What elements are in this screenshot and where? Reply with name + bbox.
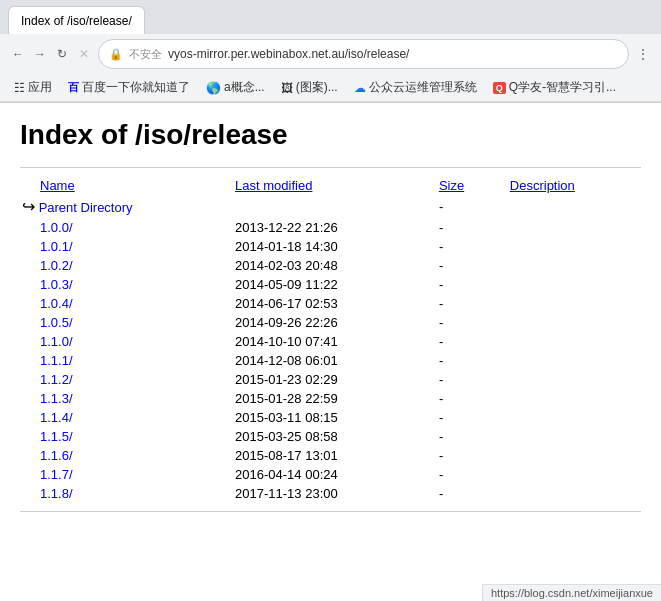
bookmark-baidu[interactable]: 百 百度一下你就知道了 bbox=[62, 77, 196, 98]
entry-modified: 2014-05-09 11:22 bbox=[227, 275, 431, 294]
concept-label: a概念... bbox=[224, 79, 265, 96]
entry-size: - bbox=[431, 427, 502, 446]
table-header-row: Name Last modified Size Description bbox=[20, 176, 641, 195]
table-row: 1.1.8/ 2017-11-13 23:00 - bbox=[20, 484, 641, 503]
entry-size: - bbox=[431, 275, 502, 294]
entry-desc bbox=[502, 237, 641, 256]
entry-desc bbox=[502, 370, 641, 389]
table-row: 1.0.4/ 2014-06-17 02:53 - bbox=[20, 294, 641, 313]
entry-name-cell: 1.1.3/ bbox=[20, 389, 227, 408]
page-title: Index of /iso/release bbox=[20, 119, 641, 151]
entry-link[interactable]: 1.1.0/ bbox=[40, 334, 73, 349]
entry-link[interactable]: 1.1.5/ bbox=[40, 429, 73, 444]
entry-size: - bbox=[431, 332, 502, 351]
entry-link[interactable]: 1.1.8/ bbox=[40, 486, 73, 501]
entry-name-cell: 1.0.0/ bbox=[20, 218, 227, 237]
bookmark-image[interactable]: 🖼 (图案)... bbox=[275, 77, 344, 98]
table-row: 1.1.7/ 2016-04-14 00:24 - bbox=[20, 465, 641, 484]
col-size[interactable]: Size bbox=[431, 176, 502, 195]
entry-desc bbox=[502, 313, 641, 332]
entry-name-cell: 1.1.0/ bbox=[20, 332, 227, 351]
table-row: 1.1.5/ 2015-03-25 08:58 - bbox=[20, 427, 641, 446]
entry-desc bbox=[502, 332, 641, 351]
nav-buttons: ← → ↻ ✕ bbox=[8, 44, 94, 64]
entry-name-cell: 1.0.4/ bbox=[20, 294, 227, 313]
tab-bar: Index of /iso/release/ bbox=[0, 0, 661, 34]
cloud-icon: ☁ bbox=[354, 81, 366, 95]
entry-modified: 2013-12-22 21:26 bbox=[227, 218, 431, 237]
entry-link[interactable]: 1.1.6/ bbox=[40, 448, 73, 463]
entry-name-cell: 1.1.5/ bbox=[20, 427, 227, 446]
entry-size: - bbox=[431, 313, 502, 332]
lock-icon: 🔒 bbox=[109, 48, 123, 61]
entry-name-cell: 1.0.1/ bbox=[20, 237, 227, 256]
entry-link[interactable]: 1.1.7/ bbox=[40, 467, 73, 482]
entry-size: - bbox=[431, 370, 502, 389]
back-button[interactable]: ← bbox=[8, 44, 28, 64]
entry-name-cell: 1.0.2/ bbox=[20, 256, 227, 275]
table-row: 1.1.0/ 2014-10-10 07:41 - bbox=[20, 332, 641, 351]
table-row: 1.1.2/ 2015-01-23 02:29 - bbox=[20, 370, 641, 389]
parent-directory-row: ↪ Parent Directory - bbox=[20, 195, 641, 218]
entry-link[interactable]: 1.0.3/ bbox=[40, 277, 73, 292]
table-row: 1.0.5/ 2014-09-26 22:26 - bbox=[20, 313, 641, 332]
concept-icon: 🌎 bbox=[206, 81, 221, 95]
table-row: 1.1.3/ 2015-01-28 22:59 - bbox=[20, 389, 641, 408]
tab-title: Index of /iso/release/ bbox=[21, 14, 132, 28]
entry-link[interactable]: 1.0.2/ bbox=[40, 258, 73, 273]
entry-size: - bbox=[431, 218, 502, 237]
entry-link[interactable]: 1.1.2/ bbox=[40, 372, 73, 387]
entry-link[interactable]: 1.0.5/ bbox=[40, 315, 73, 330]
entry-name-cell: 1.0.5/ bbox=[20, 313, 227, 332]
divider-top bbox=[20, 167, 641, 168]
entry-size: - bbox=[431, 237, 502, 256]
entry-link[interactable]: 1.1.1/ bbox=[40, 353, 73, 368]
parent-dir-size: - bbox=[431, 195, 502, 218]
browser-tab[interactable]: Index of /iso/release/ bbox=[8, 6, 145, 34]
entry-desc bbox=[502, 256, 641, 275]
address-bar[interactable]: 🔒 不安全 vyos-mirror.per.webinabox.net.au/i… bbox=[98, 39, 629, 69]
qxueyou-label: Q学友-智慧学习引... bbox=[509, 79, 616, 96]
table-row: 1.1.4/ 2015-03-11 08:15 - bbox=[20, 408, 641, 427]
table-row: 1.1.6/ 2015-08-17 13:01 - bbox=[20, 446, 641, 465]
parent-dir-cell: ↪ Parent Directory bbox=[20, 195, 227, 218]
forward-button[interactable]: → bbox=[30, 44, 50, 64]
menu-button[interactable]: ⋮ bbox=[633, 44, 653, 64]
reload-button[interactable]: ↻ bbox=[52, 44, 72, 64]
baidu-label: 百度一下你就知道了 bbox=[82, 79, 190, 96]
stop-button[interactable]: ✕ bbox=[74, 44, 94, 64]
entry-name-cell: 1.1.4/ bbox=[20, 408, 227, 427]
bookmark-apps[interactable]: ☷ 应用 bbox=[8, 77, 58, 98]
entry-link[interactable]: 1.1.3/ bbox=[40, 391, 73, 406]
entry-name-cell: 1.1.2/ bbox=[20, 370, 227, 389]
browser-chrome: Index of /iso/release/ ← → ↻ ✕ 🔒 不安全 vyo… bbox=[0, 0, 661, 103]
entry-name-cell: 1.1.6/ bbox=[20, 446, 227, 465]
bookmark-cloud[interactable]: ☁ 公众云运维管理系统 bbox=[348, 77, 483, 98]
parent-dir-desc bbox=[502, 195, 641, 218]
bookmark-qxueyou[interactable]: Q Q学友-智慧学习引... bbox=[487, 77, 622, 98]
table-row: 1.0.3/ 2014-05-09 11:22 - bbox=[20, 275, 641, 294]
parent-dir-link[interactable]: Parent Directory bbox=[39, 200, 133, 215]
entry-desc bbox=[502, 389, 641, 408]
entry-link[interactable]: 1.0.1/ bbox=[40, 239, 73, 254]
bookmark-concept[interactable]: 🌎 a概念... bbox=[200, 77, 271, 98]
entry-modified: 2014-06-17 02:53 bbox=[227, 294, 431, 313]
entry-modified: 2017-11-13 23:00 bbox=[227, 484, 431, 503]
entry-modified: 2014-10-10 07:41 bbox=[227, 332, 431, 351]
col-description[interactable]: Description bbox=[502, 176, 641, 195]
entry-link[interactable]: 1.0.0/ bbox=[40, 220, 73, 235]
entry-link[interactable]: 1.0.4/ bbox=[40, 296, 73, 311]
parent-dir-modified bbox=[227, 195, 431, 218]
entry-modified: 2014-02-03 20:48 bbox=[227, 256, 431, 275]
qxueyou-icon: Q bbox=[493, 82, 506, 94]
entry-link[interactable]: 1.1.4/ bbox=[40, 410, 73, 425]
col-last-modified[interactable]: Last modified bbox=[227, 176, 431, 195]
entry-modified: 2016-04-14 00:24 bbox=[227, 465, 431, 484]
entry-name-cell: 1.1.1/ bbox=[20, 351, 227, 370]
col-name[interactable]: Name bbox=[20, 176, 227, 195]
not-secure-label: 不安全 bbox=[129, 47, 162, 62]
entry-desc bbox=[502, 294, 641, 313]
entry-modified: 2014-01-18 14:30 bbox=[227, 237, 431, 256]
entry-modified: 2015-03-25 08:58 bbox=[227, 427, 431, 446]
entry-size: - bbox=[431, 465, 502, 484]
